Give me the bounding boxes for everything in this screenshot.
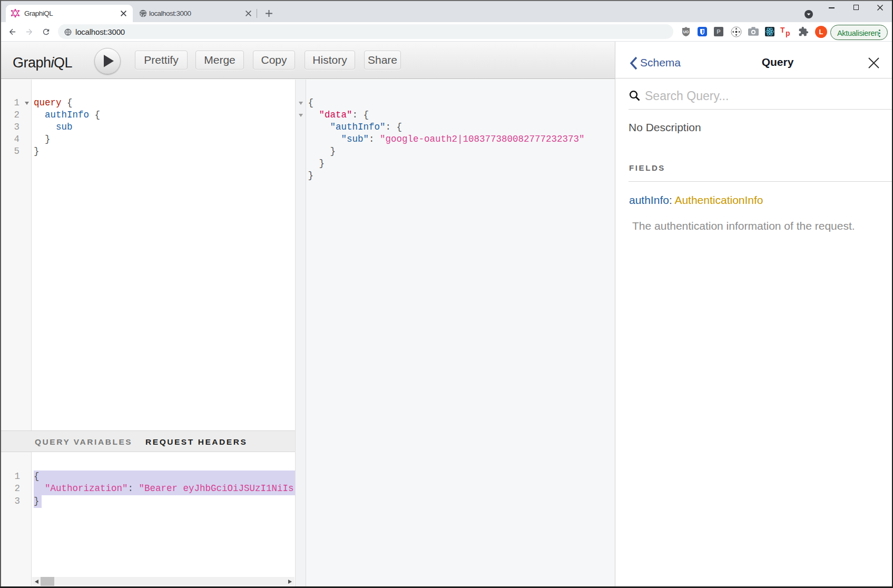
svg-text:p: p — [786, 29, 790, 37]
svg-text:T: T — [780, 26, 785, 34]
svg-text:UO: UO — [683, 30, 689, 34]
svg-text:P: P — [717, 28, 720, 35]
